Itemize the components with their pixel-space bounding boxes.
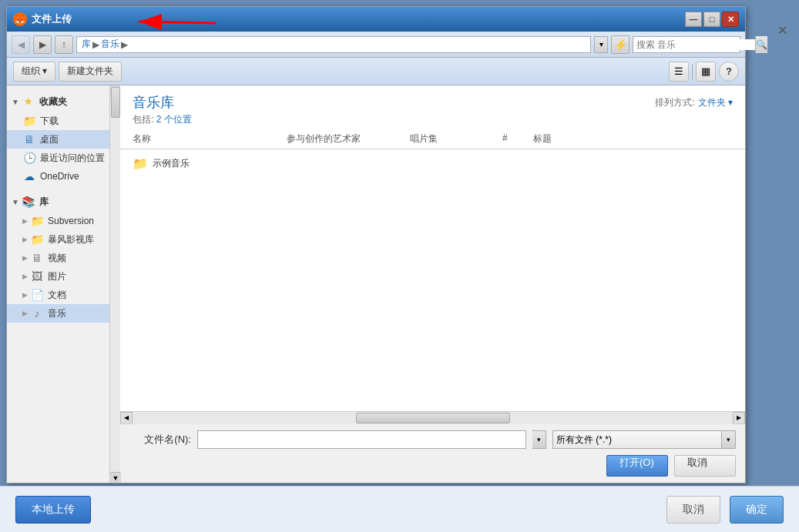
title-bar-controls: — □ ✕ (685, 12, 739, 27)
filetype-select[interactable]: 所有文件 (*.*) (552, 430, 722, 449)
folder-icon: 📁 (133, 156, 148, 171)
footer-ok-button[interactable]: 确定 (730, 496, 784, 524)
subversion-icon: 📁 (30, 214, 44, 228)
close-button[interactable]: ✕ (722, 12, 739, 27)
dialog-title: 文件上传 (32, 12, 685, 26)
maximize-button[interactable]: □ (703, 12, 720, 27)
back-button[interactable]: ◀ (12, 35, 30, 54)
filename-label: 文件名(N): (129, 433, 191, 447)
filename-input[interactable] (197, 430, 526, 449)
sidebar-item-desktop[interactable]: 🖥 桌面 (7, 130, 109, 149)
organize-button[interactable]: 组织 ▾ (13, 62, 55, 82)
col-number: # (502, 132, 533, 146)
search-icon[interactable]: 🔍 (755, 36, 767, 53)
file-columns-header: 名称 参与创作的艺术家 唱片集 # 标题 (120, 129, 745, 149)
sidebar-scroll-down[interactable]: ▼ (110, 472, 121, 483)
horizontal-scrollbar[interactable]: ◀ ▶ (120, 411, 745, 423)
file-area: 音乐库 包括: 2 个位置 排列方式: 文件夹 ▾ 名称 参与创作的艺术家 (120, 85, 745, 483)
col-name: 名称 (133, 132, 287, 146)
path-item-library[interactable]: 库 (82, 38, 91, 51)
video-icon: 🖥 (30, 251, 44, 265)
file-upload-dialog: 🦊 文件上传 — □ ✕ ◀ ▶ ↑ 库 ▶ 音乐 ▶ ▾ ⚡ 🔍 组织 ▾ 新… (6, 6, 746, 483)
file-area-subtitle: 包括: 2 个位置 (133, 113, 192, 126)
file-area-title: 音乐库 (133, 93, 192, 112)
storm-chevron: ▶ (22, 236, 28, 243)
sidebar-item-document[interactable]: ▶ 📄 文档 (7, 286, 109, 304)
sidebar-inner: ▼ ★ 收藏夹 📁 下载 🖥 桌面 🕒 最近访问的位置 ☁ (7, 85, 109, 483)
up-button[interactable]: ↑ (55, 35, 73, 54)
forward-button[interactable]: ▶ (33, 35, 52, 54)
h-scroll-right-button[interactable]: ▶ (733, 412, 745, 424)
h-scroll-track[interactable] (133, 412, 733, 424)
music-label: 音乐 (48, 307, 66, 320)
download-label: 下载 (40, 115, 59, 128)
desktop-icon: 🖥 (22, 132, 36, 146)
browser-close-icon[interactable]: ✕ (777, 23, 793, 38)
address-dropdown[interactable]: ▾ (594, 36, 608, 53)
sidebar-item-video[interactable]: ▶ 🖥 视频 (7, 249, 109, 267)
subversion-label: Subversion (48, 216, 94, 226)
download-folder-icon: 📁 (22, 114, 36, 128)
table-row[interactable]: 📁 示例音乐 (120, 152, 745, 174)
onedrive-icon: ☁ (22, 169, 36, 183)
toolbar-right: ☰ ▦ ? (669, 62, 739, 82)
favorites-label: 收藏夹 (39, 95, 67, 109)
path-item-music[interactable]: 音乐 (101, 38, 119, 51)
cancel-button[interactable]: 取消 (674, 455, 736, 477)
library-chevron: ▼ (12, 198, 19, 206)
address-path: 库 ▶ 音乐 ▶ (76, 36, 591, 53)
upload-local-button[interactable]: 本地上传 (15, 496, 91, 524)
video-chevron: ▶ (22, 254, 28, 262)
title-bar: 🦊 文件上传 — □ ✕ (7, 7, 745, 32)
path-sep-1: ▶ (92, 39, 99, 50)
storm-icon: 📁 (30, 233, 44, 246)
music-icon: ♪ (30, 306, 44, 320)
sidebar: ▼ ★ 收藏夹 📁 下载 🖥 桌面 🕒 最近访问的位置 ☁ (7, 85, 120, 483)
browser-outer-area: ✕ (760, 0, 799, 532)
path-sep-2: ▶ (121, 39, 128, 50)
sort-value[interactable]: 文件夹 ▾ (698, 96, 733, 109)
sidebar-item-onedrive[interactable]: ☁ OneDrive (7, 167, 109, 186)
subtitle-link[interactable]: 2 个位置 (156, 114, 192, 125)
document-label: 文档 (48, 289, 66, 302)
document-chevron: ▶ (22, 291, 28, 299)
footer-cancel-button[interactable]: 取消 (666, 496, 720, 524)
sidebar-item-music[interactable]: ▶ ♪ 音乐 (7, 304, 109, 323)
open-button[interactable]: 打开(O) (606, 455, 668, 477)
sidebar-library-header[interactable]: ▼ 📚 库 (7, 192, 109, 212)
library-label: 库 (39, 196, 49, 209)
toolbar-divider (692, 64, 693, 79)
content-area: ▼ ★ 收藏夹 📁 下载 🖥 桌面 🕒 最近访问的位置 ☁ (7, 85, 745, 483)
document-icon: 📄 (30, 288, 44, 302)
address-bar: ◀ ▶ ↑ 库 ▶ 音乐 ▶ ▾ ⚡ 🔍 (7, 32, 745, 58)
sidebar-favorites-header[interactable]: ▼ ★ 收藏夹 (7, 92, 109, 112)
sidebar-item-picture[interactable]: ▶ 🖼 图片 (7, 267, 109, 286)
panel-toggle-button[interactable]: ▦ (696, 62, 716, 82)
h-scroll-thumb[interactable] (356, 413, 510, 423)
sidebar-item-storm[interactable]: ▶ 📁 暴风影视库 (7, 230, 109, 249)
dialog-icon: 🦊 (13, 12, 27, 26)
help-button[interactable]: ? (719, 62, 739, 82)
page-footer: 本地上传 取消 确定 (0, 486, 799, 532)
music-chevron: ▶ (22, 309, 28, 317)
filetype-dropdown[interactable]: ▾ (722, 430, 736, 449)
col-album: 唱片集 (410, 132, 502, 146)
picture-label: 图片 (48, 270, 66, 283)
sidebar-item-download[interactable]: 📁 下载 (7, 112, 109, 130)
favorites-chevron: ▼ (12, 98, 19, 106)
desktop-label: 桌面 (40, 133, 59, 146)
sidebar-item-subversion[interactable]: ▶ 📁 Subversion (7, 212, 109, 230)
h-scroll-left-button[interactable]: ◀ (120, 412, 133, 424)
recent-icon: 🕒 (22, 151, 36, 165)
storm-label: 暴风影视库 (48, 233, 94, 246)
minimize-button[interactable]: — (685, 12, 702, 27)
new-folder-button[interactable]: 新建文件夹 (59, 62, 122, 82)
sidebar-scroll-thumb[interactable] (111, 87, 120, 118)
filename-dropdown[interactable]: ▾ (532, 430, 546, 449)
sidebar-item-recent[interactable]: 🕒 最近访问的位置 (7, 149, 109, 167)
refresh-button[interactable]: ⚡ (611, 35, 629, 54)
view-toggle-button[interactable]: ☰ (669, 62, 689, 82)
search-input[interactable] (633, 39, 755, 50)
sidebar-scrollbar[interactable]: ▲ ▼ (109, 85, 120, 483)
filename-row: 文件名(N): ▾ 所有文件 (*.*) ▾ (129, 430, 736, 449)
